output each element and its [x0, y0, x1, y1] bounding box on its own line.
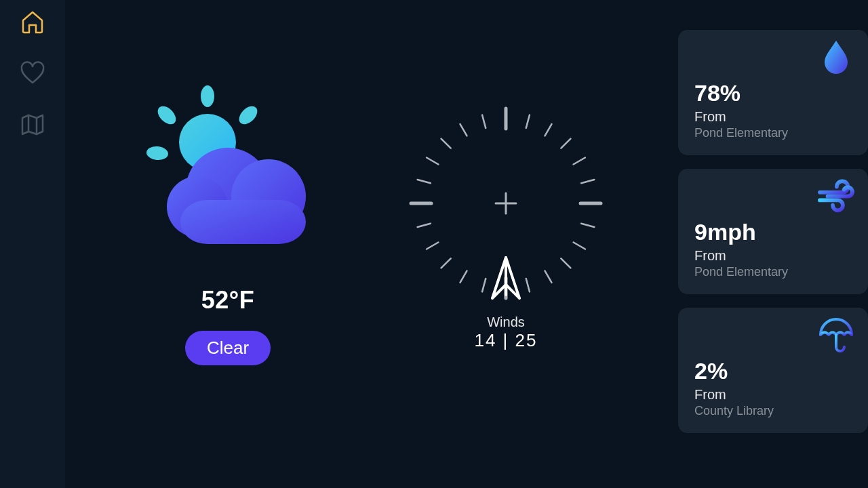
svg-line-32	[482, 115, 486, 128]
sidebar-item-home[interactable]	[18, 8, 47, 38]
temperature-value: 52°F	[201, 286, 254, 314]
map-icon	[19, 111, 46, 141]
svg-line-28	[418, 180, 431, 183]
svg-point-1	[201, 85, 214, 107]
metrics-panel: 78% From Pond Elementary 9mph From Pond …	[678, 0, 868, 488]
card-label: From	[694, 387, 852, 403]
compass-dial	[404, 102, 608, 305]
card-value: 2%	[694, 358, 852, 384]
condition-badge: Clear	[185, 331, 271, 365]
svg-line-18	[581, 224, 594, 227]
svg-point-3	[236, 103, 261, 128]
umbrella-icon	[816, 314, 856, 357]
svg-point-4	[146, 146, 169, 161]
svg-line-14	[545, 124, 552, 136]
heart-icon	[19, 60, 46, 89]
svg-line-31	[460, 124, 467, 136]
sidebar-item-favorites[interactable]	[18, 60, 47, 89]
card-source: Pond Elementary	[694, 126, 852, 140]
wind-compass: Winds 14 | 25	[404, 102, 608, 351]
svg-line-27	[418, 224, 431, 227]
main-panel: 52°F Clear	[65, 0, 678, 488]
card-wind[interactable]: 9mph From Pond Elementary	[678, 169, 868, 294]
card-value: 78%	[694, 80, 852, 106]
card-source: County Library	[694, 404, 852, 418]
svg-line-20	[561, 258, 570, 268]
svg-point-2	[155, 103, 180, 128]
current-weather: 52°F Clear	[133, 81, 323, 365]
card-precipitation[interactable]: 2% From County Library	[678, 308, 868, 433]
svg-rect-8	[180, 200, 306, 244]
svg-line-13	[526, 115, 530, 128]
svg-line-24	[460, 271, 467, 283]
svg-line-17	[581, 180, 594, 183]
card-value: 9mph	[694, 219, 852, 245]
svg-line-30	[441, 139, 451, 148]
sidebar-item-map[interactable]	[18, 111, 47, 141]
card-label: From	[694, 248, 852, 264]
card-source: Pond Elementary	[694, 265, 852, 279]
sidebar	[0, 0, 65, 488]
card-label: From	[694, 109, 852, 125]
svg-line-16	[574, 158, 585, 165]
svg-line-21	[545, 271, 552, 283]
svg-line-25	[441, 258, 451, 268]
home-icon	[19, 8, 46, 38]
svg-line-19	[574, 243, 585, 249]
compass-label: Winds	[474, 314, 537, 330]
svg-line-26	[427, 243, 438, 249]
svg-line-29	[427, 158, 438, 165]
compass-values: 14 | 25	[474, 330, 537, 351]
card-humidity[interactable]: 78% From Pond Elementary	[678, 30, 868, 155]
partly-cloudy-icon	[133, 81, 323, 267]
svg-line-22	[526, 279, 530, 291]
drop-icon	[816, 37, 856, 79]
svg-line-23	[482, 279, 486, 291]
wind-icon	[816, 176, 856, 218]
svg-line-15	[561, 139, 570, 148]
